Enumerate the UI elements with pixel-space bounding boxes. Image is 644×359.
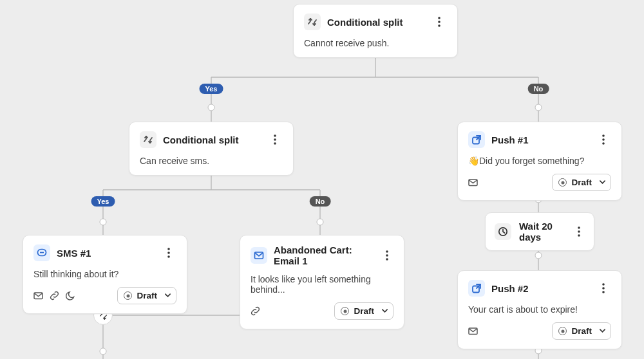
- sms-icon: [33, 244, 50, 261]
- mail-icon: [468, 326, 478, 336]
- node-description: It looks like you left something behind.…: [251, 274, 393, 295]
- quiet-hours-icon: [66, 291, 75, 300]
- connector-dot: [100, 348, 107, 355]
- branch-label-yes: Yes: [200, 84, 223, 94]
- link-icon: [251, 306, 260, 316]
- node-title: Abandoned Cart: Email 1: [274, 244, 374, 266]
- node-email-abandoned-cart-1[interactable]: Abandoned Cart: Email 1 It looks like yo…: [240, 235, 404, 329]
- branch-label-yes: Yes: [91, 196, 115, 207]
- node-push-1[interactable]: Push #1 👋Did you forget something? Draft: [457, 122, 622, 201]
- status-indicator-icon: [558, 327, 567, 335]
- chevron-down-icon: [599, 178, 606, 187]
- clock-icon: [495, 223, 511, 240]
- node-description: Cannot receive push.: [304, 38, 447, 48]
- mail-icon: [468, 178, 478, 187]
- node-menu-button[interactable]: [161, 245, 176, 261]
- node-push-2[interactable]: Push #2 Your cart is about to expire! Dr…: [457, 270, 622, 349]
- node-title: Push #1: [491, 134, 529, 145]
- branch-label-no: No: [310, 196, 331, 207]
- node-description: Your cart is about to expire!: [468, 304, 611, 315]
- status-indicator-icon: [341, 307, 349, 315]
- status-label: Draft: [137, 291, 157, 300]
- node-indicator-icons: [468, 326, 478, 336]
- split-icon: [140, 131, 156, 148]
- node-description: 👋Did you forget something?: [468, 156, 611, 166]
- node-menu-button[interactable]: [596, 281, 611, 296]
- node-indicator-icons: [33, 291, 75, 300]
- node-description: Can receive sms.: [140, 156, 283, 166]
- connector-dot: [317, 219, 324, 226]
- connector-dot: [208, 104, 215, 111]
- mail-icon: [33, 291, 43, 300]
- email-icon: [251, 247, 267, 264]
- node-title: SMS #1: [57, 248, 91, 259]
- node-title: Conditional split: [327, 17, 403, 28]
- status-indicator-icon: [124, 291, 132, 300]
- link-icon: [50, 291, 59, 300]
- node-indicator-icons: [251, 306, 260, 316]
- node-wait[interactable]: Wait 20 days: [485, 212, 594, 251]
- push-icon: [468, 131, 485, 148]
- node-menu-button[interactable]: [596, 132, 611, 147]
- node-conditional-split-root[interactable]: Conditional split Cannot receive push.: [293, 4, 458, 58]
- node-menu-button[interactable]: [573, 224, 585, 239]
- split-icon: [304, 14, 321, 30]
- node-description: Still thinking about it?: [33, 269, 176, 279]
- chevron-down-icon: [599, 326, 606, 336]
- connector-dot: [535, 104, 542, 111]
- status-indicator-icon: [558, 178, 567, 187]
- chevron-down-icon: [381, 306, 388, 316]
- node-sms-1[interactable]: SMS #1 Still thinking about it? Draft: [23, 235, 187, 314]
- node-menu-button[interactable]: [431, 14, 447, 30]
- status-dropdown[interactable]: Draft: [334, 302, 393, 320]
- node-menu-button[interactable]: [380, 248, 393, 263]
- node-title: Conditional split: [163, 134, 239, 145]
- status-label: Draft: [571, 326, 592, 336]
- node-title: Wait 20 days: [519, 221, 565, 243]
- status-dropdown[interactable]: Draft: [552, 322, 611, 340]
- branch-label-no: No: [528, 84, 549, 94]
- status-dropdown[interactable]: Draft: [552, 174, 611, 191]
- node-conditional-split-2[interactable]: Conditional split Can receive sms.: [129, 122, 294, 176]
- node-title: Push #2: [491, 283, 529, 294]
- connector-dot: [100, 219, 107, 226]
- status-label: Draft: [354, 306, 374, 316]
- node-indicator-icons: [468, 178, 478, 187]
- status-label: Draft: [571, 178, 592, 187]
- status-dropdown[interactable]: Draft: [117, 287, 176, 304]
- connector-dot: [535, 252, 542, 259]
- chevron-down-icon: [164, 291, 171, 300]
- node-menu-button[interactable]: [267, 132, 283, 147]
- push-icon: [468, 280, 485, 297]
